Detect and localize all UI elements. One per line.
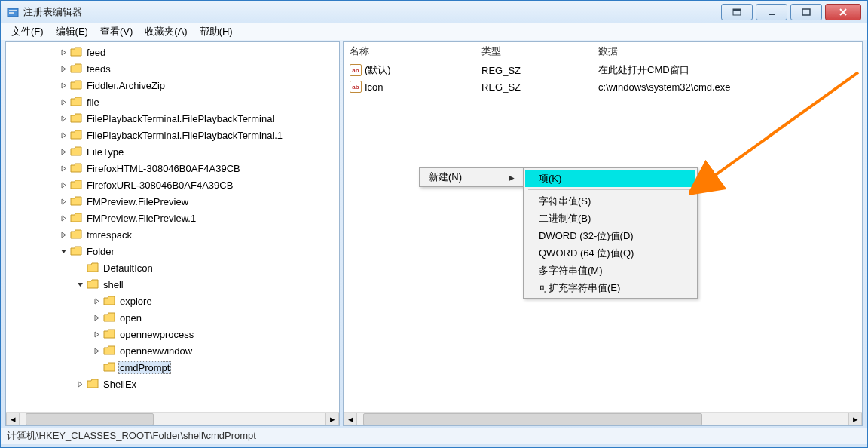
folder-icon (70, 130, 82, 140)
folder-icon (87, 262, 99, 273)
expand-toggle-icon[interactable] (59, 81, 69, 91)
ctx-new[interactable]: 新建(N) ▶ (420, 168, 524, 186)
svg-rect-1 (9, 10, 17, 11)
expand-toggle-icon[interactable] (92, 296, 102, 306)
scroll-left-button[interactable]: ◂ (344, 413, 357, 426)
menu-file[interactable]: 文件(F) (5, 23, 50, 40)
menubar: 文件(F) 编辑(E) 查看(V) 收藏夹(A) 帮助(H) (1, 23, 867, 40)
col-type[interactable]: 类型 (475, 42, 592, 60)
folder-icon (70, 113, 82, 124)
window-title: 注册表编辑器 (23, 5, 721, 19)
expand-toggle-icon[interactable] (59, 180, 69, 190)
expand-toggle-icon[interactable] (59, 114, 69, 124)
list-row[interactable]: abIconREG_SZc:\windows\system32\cmd.exe (344, 78, 862, 95)
expand-toggle-icon[interactable] (59, 164, 69, 173)
tree-item[interactable]: open (6, 309, 339, 326)
ctx-separator (528, 189, 692, 190)
scroll-thumb[interactable] (363, 413, 702, 425)
ctx-new-multistring[interactable]: 多字符串值(M) (525, 262, 695, 279)
expand-toggle-icon[interactable] (92, 346, 102, 356)
app-icon (7, 6, 19, 18)
folder-icon (103, 312, 115, 323)
tree-item-label: fmrespack (85, 229, 133, 241)
string-value-icon: ab (350, 64, 362, 76)
tree-item-label: shell (102, 279, 125, 290)
expand-toggle-icon[interactable] (75, 379, 85, 389)
expand-toggle-icon[interactable] (59, 213, 69, 223)
folder-icon (103, 362, 115, 373)
scroll-track[interactable] (20, 413, 326, 426)
tree-item[interactable]: FMPreview.FilePreview (6, 193, 339, 210)
col-data[interactable]: 数据 (592, 42, 862, 60)
tree-item-label: Folder (85, 246, 116, 257)
expand-toggle-icon[interactable] (59, 147, 69, 157)
tree-item[interactable]: DefaultIcon (6, 259, 339, 276)
tree-item[interactable]: cmdPrompt (6, 359, 339, 376)
tree-item[interactable]: feed (6, 44, 339, 60)
tree-item-label: FMPreview.FilePreview.1 (85, 213, 197, 224)
context-menu: 新建(N) ▶ (419, 167, 524, 187)
tree-item-label: feed (85, 47, 107, 58)
menu-favorites[interactable]: 收藏夹(A) (139, 23, 193, 40)
minimize-button[interactable] (756, 4, 787, 20)
tree-item-label: DefaultIcon (102, 262, 154, 274)
value-data: c:\windows\system32\cmd.exe (592, 81, 862, 93)
folder-icon (103, 296, 115, 306)
maximize-button[interactable] (790, 4, 822, 20)
tree-item[interactable]: ShellEx (6, 376, 339, 392)
menu-edit[interactable]: 编辑(E) (50, 23, 94, 40)
tree-item-label: explore (118, 296, 154, 307)
menu-help[interactable]: 帮助(H) (194, 23, 239, 40)
tree-item[interactable]: file (6, 94, 339, 110)
ctx-new-qword[interactable]: QWORD (64 位)值(Q) (525, 244, 695, 262)
folder-icon (70, 146, 82, 157)
tree-item[interactable]: shell (6, 276, 339, 293)
tree-item[interactable]: FirefoxURL-308046B0AF4A39CB (6, 176, 339, 193)
tree-item-label: file (85, 97, 101, 108)
tree-item[interactable]: feeds (6, 60, 339, 77)
tree-item[interactable]: explore (6, 293, 339, 309)
tree-item[interactable]: opennewwindow (6, 342, 339, 359)
expand-toggle-icon[interactable] (59, 97, 69, 107)
close-button[interactable] (825, 4, 861, 20)
ctx-new-key[interactable]: 项(K) (525, 170, 695, 187)
tree-item[interactable]: fmrespack (6, 226, 339, 243)
expand-toggle-icon[interactable] (59, 130, 69, 140)
expand-toggle-icon[interactable] (59, 64, 69, 74)
expand-toggle-icon[interactable] (92, 330, 102, 339)
expand-toggle-icon[interactable] (59, 230, 69, 240)
scroll-right-button[interactable]: ▸ (848, 413, 862, 426)
scroll-left-button[interactable]: ◂ (6, 413, 20, 426)
ctx-new-string[interactable]: 字符串值(S) (525, 192, 695, 210)
expand-toggle-icon[interactable] (92, 313, 102, 323)
tree[interactable]: feedfeedsFiddler.ArchiveZipfileFilePlayb… (6, 42, 339, 415)
tree-item[interactable]: opennewprocess (6, 326, 339, 342)
ctx-new-binary[interactable]: 二进制值(B) (525, 210, 695, 227)
tree-item[interactable]: FMPreview.FilePreview.1 (6, 210, 339, 226)
tree-item[interactable]: FilePlaybackTerminal.FilePlaybackTermina… (6, 127, 339, 143)
expand-toggle-icon[interactable] (59, 197, 69, 207)
scroll-thumb[interactable] (26, 413, 154, 425)
list-row[interactable]: ab(默认)REG_SZ在此处打开CMD窗口 (344, 62, 862, 78)
expand-toggle-icon[interactable] (75, 280, 85, 290)
client-area: feedfeedsFiddler.ArchiveZipfileFilePlayb… (1, 40, 867, 428)
minimize-button-extra[interactable] (721, 4, 753, 20)
folder-icon (70, 63, 82, 74)
value-type: REG_SZ (475, 65, 592, 76)
tree-item[interactable]: FileType (6, 143, 339, 160)
menu-view[interactable]: 查看(V) (94, 23, 139, 40)
tree-item[interactable]: Fiddler.ArchiveZip (6, 77, 339, 94)
col-name[interactable]: 名称 (344, 42, 475, 60)
expand-toggle-icon[interactable] (59, 247, 69, 256)
tree-item[interactable]: Folder (6, 243, 339, 259)
ctx-new-dword[interactable]: DWORD (32-位)值(D) (525, 227, 695, 244)
scroll-right-button[interactable]: ▸ (326, 413, 339, 426)
ctx-new-label: 新建(N) (429, 170, 462, 184)
folder-icon (70, 47, 82, 57)
tree-item[interactable]: FilePlaybackTerminal.FilePlaybackTermina… (6, 110, 339, 127)
ctx-new-expandstring[interactable]: 可扩充字符串值(E) (525, 279, 695, 296)
scroll-track[interactable] (357, 413, 848, 426)
list-body[interactable]: ab(默认)REG_SZ在此处打开CMD窗口abIconREG_SZc:\win… (344, 60, 862, 95)
tree-item[interactable]: FirefoxHTML-308046B0AF4A39CB (6, 160, 339, 176)
expand-toggle-icon[interactable] (59, 48, 69, 57)
